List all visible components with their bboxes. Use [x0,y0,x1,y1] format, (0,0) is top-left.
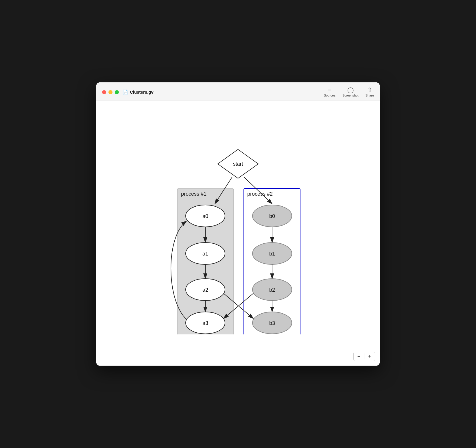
sources-icon: ≡ [328,87,331,93]
zoom-controls: − + [353,352,375,361]
node-a0-label: a0 [202,213,208,219]
file-icon: 📄 [122,89,128,95]
node-b2-label: b2 [269,287,275,293]
share-label: Share [366,94,374,97]
close-button[interactable] [102,90,106,94]
node-b1-label: b1 [269,251,275,257]
node-a3-label: a3 [202,320,208,326]
screenshot-button[interactable]: ◯ Screenshot [342,87,359,97]
main-content: process #1 process #2 start a0 a1 [96,101,380,366]
titlebar-left: 📄 Clusters.gv [102,89,154,95]
diagram-container: process #1 process #2 start a0 a1 [137,132,339,334]
traffic-lights [102,90,119,94]
title-area: 📄 Clusters.gv [122,89,154,95]
zoom-out-button[interactable]: − [354,352,364,361]
screenshot-label: Screenshot [342,94,359,97]
maximize-button[interactable] [115,90,119,94]
window-title: Clusters.gv [130,90,154,95]
titlebar: 📄 Clusters.gv ≡ Sources ◯ Screenshot ⇧ S… [96,82,380,101]
node-a1-label: a1 [202,251,208,257]
share-button[interactable]: ⇧ Share [366,87,374,97]
minimize-button[interactable] [108,90,112,94]
share-icon: ⇧ [367,87,372,93]
graph-diagram: process #1 process #2 start a0 a1 [137,132,339,334]
node-b0-label: b0 [269,213,275,219]
camera-icon: ◯ [347,87,354,93]
cluster1-label: process #1 [181,191,206,197]
node-b3-label: b3 [269,320,275,326]
node-start-label: start [233,161,243,167]
app-window: 📄 Clusters.gv ≡ Sources ◯ Screenshot ⇧ S… [96,82,380,366]
toolbar-right: ≡ Sources ◯ Screenshot ⇧ Share [324,87,374,97]
zoom-in-button[interactable]: + [364,352,375,361]
sources-button[interactable]: ≡ Sources [324,87,335,97]
node-a2-label: a2 [202,287,208,293]
sources-label: Sources [324,94,335,97]
